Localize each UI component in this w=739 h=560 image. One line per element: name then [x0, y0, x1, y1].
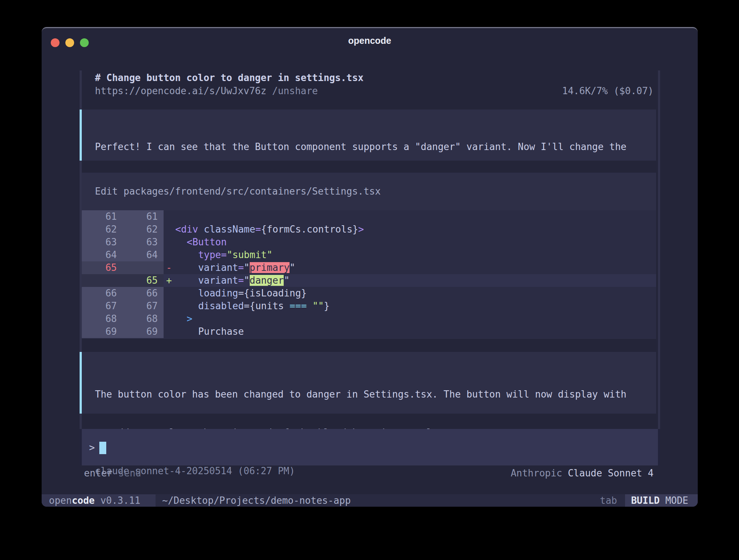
gutter-new-line-number: 64: [123, 249, 164, 261]
code-line: <Button: [175, 236, 656, 249]
diff-marker: [164, 223, 175, 236]
diff-marker: [164, 236, 175, 249]
gutter-old-line-number: 67: [82, 300, 123, 312]
titlebar: opencode: [42, 28, 698, 53]
gutter-old-line-number: 64: [82, 249, 123, 261]
diff-marker: [164, 300, 175, 312]
model-name: Claude Sonnet 4: [562, 468, 654, 479]
brand-code: code: [72, 495, 95, 506]
diff-row: 6262<div className={formCs.controls}>: [82, 223, 656, 236]
assistant-message: The button color has been changed to dan…: [80, 352, 656, 414]
gutter-old-line-number: 63: [82, 236, 123, 249]
message-text-line: The button color has been changed to dan…: [95, 388, 656, 401]
message-accent-bar: [80, 110, 82, 161]
cwd-path: ~/Desktop/Projects/demo-notes-app: [162, 494, 351, 507]
hint-send-label: send: [112, 468, 141, 479]
model-indicator: Anthropic Claude Sonnet 4: [511, 467, 654, 480]
gutter-new-line-number: 66: [123, 287, 164, 300]
message-text-line: Perfect! I can see that the Button compo…: [95, 141, 656, 153]
status-bar: opencode v0.3.11 ~/Desktop/Projects/demo…: [42, 494, 698, 507]
code-line: type="submit": [175, 249, 656, 261]
diff-row: 65- variant="primary": [82, 261, 656, 274]
diff-row: 6363 <Button: [82, 236, 656, 249]
opencode-window: opencode # Change button color to danger…: [42, 27, 698, 506]
send-hint: enter send: [84, 467, 141, 480]
hint-enter-key: enter: [84, 468, 112, 479]
mode-label-bold: BUILD: [631, 495, 659, 506]
gutter-old-line-number: 62: [82, 223, 123, 236]
right-border-line: [658, 70, 660, 465]
gutter-new-line-number: 62: [123, 223, 164, 236]
session-url: https://opencode.ai/s/UwJxv76z: [95, 85, 267, 96]
gutter-new-line-number: 63: [123, 236, 164, 249]
text-cursor: [99, 442, 106, 454]
session-share-line: https://opencode.ai/s/UwJxv76z /unshare: [95, 84, 318, 97]
model-provider: Anthropic: [511, 468, 562, 479]
diff-row: 6666 loading={isLoading}: [82, 287, 656, 300]
code-line: <div className={formCs.controls}>: [175, 223, 656, 236]
mode-label-rest: MODE: [660, 495, 688, 506]
mode-chip[interactable]: BUILD MODE: [625, 494, 698, 507]
diff-marker: [164, 287, 175, 300]
diff-marker: [164, 249, 175, 261]
gutter-new-line-number: 61: [123, 210, 164, 223]
prompt-input[interactable]: >: [80, 429, 660, 465]
gutter-new-line-number: 69: [123, 325, 164, 338]
gutter-new-line-number: 68: [123, 312, 164, 325]
code-line: variant="danger": [175, 274, 656, 287]
app-version: v0.3.11: [95, 495, 140, 506]
gutter-old-line-number: 69: [82, 325, 123, 338]
gutter-new-line-number: 65: [123, 274, 164, 287]
assistant-message: Perfect! I can see that the Button compo…: [80, 110, 656, 161]
gutter-old-line-number: [82, 274, 123, 287]
gutter-new-line-number: [123, 261, 164, 274]
gutter-old-line-number: 65: [82, 261, 123, 274]
diff-row: 6161: [82, 210, 656, 223]
diff-row: 6464 type="submit": [82, 249, 656, 261]
diff-row: 6767 disabled={units === ""}: [82, 300, 656, 312]
tab-key-hint: tab: [600, 494, 617, 507]
diff: 61616262<div className={formCs.controls}…: [82, 210, 656, 338]
prompt-symbol: >: [89, 442, 95, 453]
session-title: # Change button color to danger in setti…: [95, 71, 654, 84]
gutter-new-line-number: 67: [123, 300, 164, 312]
diff-row: 6868 >: [82, 312, 656, 325]
edit-tool-title: Edit packages/frontend/src/containers/Se…: [82, 173, 656, 210]
code-line: loading={isLoading}: [175, 287, 656, 300]
message-accent-bar: [80, 352, 82, 414]
gutter-old-line-number: 61: [82, 210, 123, 223]
code-line: [175, 210, 656, 223]
code-line: variant="primary": [175, 261, 656, 274]
diff-marker: -: [164, 261, 175, 274]
diff-marker: [164, 210, 175, 223]
brand-open: open: [49, 495, 72, 506]
diff-marker: [164, 312, 175, 325]
diff-row: 6969 Purchase: [82, 325, 656, 338]
code-line: disabled={units === ""}: [175, 300, 656, 312]
token-stats: 14.6K/7% ($0.07): [562, 84, 654, 97]
unshare-command: /unshare: [272, 85, 318, 96]
gutter-old-line-number: 68: [82, 312, 123, 325]
session-header: # Change button color to danger in setti…: [95, 71, 654, 97]
diff-marker: [164, 325, 175, 338]
edit-tool-block: Edit packages/frontend/src/containers/Se…: [82, 173, 656, 339]
diff-row: 65+ variant="danger": [82, 274, 656, 287]
diff-marker: +: [164, 274, 175, 287]
hints-row: enter send Anthropic Claude Sonnet 4: [84, 467, 654, 480]
gutter-old-line-number: 66: [82, 287, 123, 300]
code-line: >: [175, 312, 656, 325]
brand-chip: opencode v0.3.11: [42, 494, 156, 507]
window-title: opencode: [42, 35, 698, 46]
code-line: Purchase: [175, 325, 656, 338]
